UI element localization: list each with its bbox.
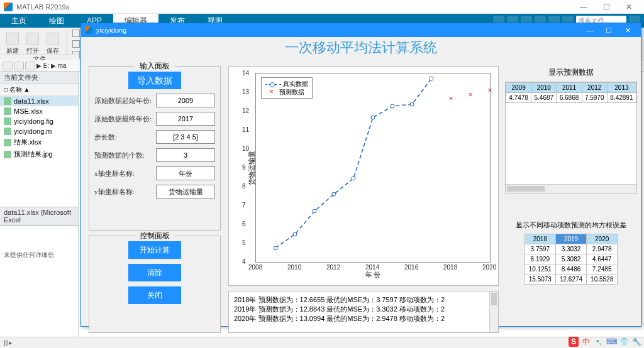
figure-titlebar[interactable]: yiciyidong — ☐ ✕	[81, 23, 641, 37]
matlab-logo-icon	[4, 3, 13, 11]
input-panel-title: 输入面板	[135, 61, 175, 72]
app-title: MATLAB R2019a	[16, 3, 572, 11]
pred-point: ×	[468, 91, 472, 99]
current-folder-title: 当前文件夹	[0, 72, 78, 84]
pred-point: ×	[448, 95, 453, 102]
print-icon	[72, 40, 80, 48]
sogou-icon[interactable]: S	[569, 337, 579, 347]
predn-label: 预测数据的个数:	[94, 151, 156, 160]
xname-field[interactable]: 年份	[156, 166, 215, 180]
details-header: data11.xlsx (Microsoft Excel	[0, 207, 78, 226]
ime-tray: S 中 •, ⌨ 👕 🔧	[569, 337, 641, 347]
step-label: 步长数:	[94, 133, 156, 142]
minimize-button[interactable]: —	[572, 3, 595, 11]
figure-minimize-button[interactable]: —	[580, 26, 599, 34]
h-scrollbar[interactable]	[506, 184, 636, 193]
xname-label: x轴坐标名称:	[94, 169, 156, 178]
legend-marker-pred	[265, 89, 277, 95]
scrollbar[interactable]	[489, 291, 498, 332]
forecast-data-title: 显示预测数据	[505, 67, 637, 78]
tab-plots[interactable]: 绘图	[38, 14, 75, 28]
data-point	[332, 192, 336, 197]
control-panel: 控制面板 开始计算 清除 关闭	[89, 236, 221, 333]
status-bar: |||▸	[0, 337, 644, 348]
xlsx-icon	[4, 107, 11, 115]
chart-axes: - 真实数据 预测数据 货物运输量 年 份 200820102012201420…	[228, 66, 499, 286]
current-folder-panel: 当前文件夹 □ 名称 ▲ data11.xlsx MSE.xlsx yiciyi…	[0, 72, 79, 337]
xlsx-icon	[4, 139, 11, 146]
file-item[interactable]: 结果.xlsx	[0, 136, 78, 148]
data-point	[371, 116, 375, 120]
start-year-label: 原始数据起始年份:	[94, 96, 156, 106]
rmse-panel: 显示不同移动项数预测的均方根误差 2018201920203.75973.303…	[505, 219, 637, 332]
data-point	[391, 104, 395, 108]
data-point	[430, 77, 434, 81]
file-item[interactable]: data11.xlsx	[0, 96, 78, 106]
m-icon	[4, 128, 11, 135]
end-year-field[interactable]: 2017	[156, 112, 215, 126]
data-point	[410, 102, 414, 107]
compare-icon	[72, 30, 80, 37]
data-point	[313, 209, 317, 214]
save-button[interactable]: 保存	[44, 31, 62, 57]
ime-keyboard-icon[interactable]: ⌨	[606, 337, 616, 347]
forecast-table[interactable]: 20092010201120122013 4.74785.46876.68687…	[506, 82, 636, 103]
yname-label: y轴坐标名称:	[94, 187, 156, 197]
input-panel: 输入面板 导入数据 原始数据起始年份:2009 原始数据最终年份:2017 步长…	[89, 66, 221, 231]
file-item[interactable]: 预测结果.jpg	[0, 148, 78, 160]
rmse-title: 显示不同移动项数预测的均方根误差	[505, 220, 637, 230]
ime-tool-icon[interactable]: 🔧	[631, 337, 641, 347]
import-data-button[interactable]: 导入数据	[128, 72, 181, 89]
jpg-icon	[4, 151, 11, 158]
save-icon	[47, 33, 59, 45]
close-button[interactable]: ✕	[618, 3, 640, 11]
start-button[interactable]: 开始计算	[128, 241, 181, 259]
file-item[interactable]: MSE.xlsx	[0, 106, 78, 116]
ime-lang-icon[interactable]: 中	[581, 337, 591, 347]
step-field[interactable]: [2 3 4 5]	[156, 130, 215, 144]
control-panel-title: 控制面板	[135, 231, 175, 241]
end-year-label: 原始数据最终年份:	[94, 114, 156, 124]
data-point	[352, 177, 356, 181]
forward-button[interactable]	[14, 62, 24, 70]
tab-home[interactable]: 主页	[0, 14, 38, 28]
details-pane: 未提供任何详细信	[0, 226, 78, 337]
predn-field[interactable]: 3	[156, 148, 215, 162]
data-point	[293, 232, 297, 236]
chart-line	[256, 73, 490, 262]
clear-button[interactable]: 清除	[128, 264, 181, 281]
x-axis-label: 年 份	[365, 270, 381, 280]
legend-marker-real	[265, 81, 277, 87]
ime-punct-icon[interactable]: •,	[594, 337, 604, 347]
file-list-header[interactable]: □ 名称 ▲	[0, 84, 78, 96]
current-path[interactable]: ▶ E: ▶ ma	[36, 62, 67, 69]
fig-icon	[4, 117, 11, 125]
figure-logo-icon	[85, 26, 92, 34]
data-point	[274, 246, 278, 250]
pred-point: ×	[487, 87, 492, 94]
ime-skin-icon[interactable]: 👕	[619, 337, 629, 347]
matlab-titlebar: MATLAB R2019a — ☐ ✕	[0, 0, 644, 14]
forecast-data-panel: 显示预测数据 20092010201120122013 4.74785.4687…	[505, 66, 637, 212]
start-year-field[interactable]: 2009	[156, 94, 215, 107]
back-button[interactable]	[3, 62, 13, 70]
yname-field[interactable]: 货物运输量	[156, 185, 215, 198]
rmse-table[interactable]: 2018201920203.75973.30322.94786.19295.30…	[525, 234, 618, 285]
close-figure-button[interactable]: 关闭	[128, 286, 181, 304]
legend: - 真实数据 预测数据	[261, 77, 313, 99]
figure-title: yiciyidong	[96, 26, 126, 34]
open-icon	[26, 33, 39, 45]
maximize-button[interactable]: ☐	[595, 3, 618, 11]
figure-maximize-button[interactable]: ☐	[599, 26, 618, 35]
figure-window: yiciyidong — ☐ ✕ 一次移动平均法计算系统 输入面板 导入数据 原…	[80, 23, 641, 327]
new-icon	[6, 33, 19, 45]
figure-close-button[interactable]: ✕	[618, 26, 637, 35]
open-button[interactable]: 打开	[24, 31, 42, 57]
file-item[interactable]: yiciyidong.fig	[0, 116, 78, 126]
output-text[interactable]: 2018年 预测数据为：12.6655 最优的MSE为：3.7597 移动项数为…	[228, 291, 499, 333]
xlsx-icon	[4, 97, 11, 105]
up-button[interactable]	[25, 62, 35, 70]
main-title: 一次移动平均法计算系统	[81, 38, 641, 57]
file-item[interactable]: yiciyidong.m	[0, 126, 78, 136]
new-button[interactable]: 新建	[4, 31, 21, 57]
